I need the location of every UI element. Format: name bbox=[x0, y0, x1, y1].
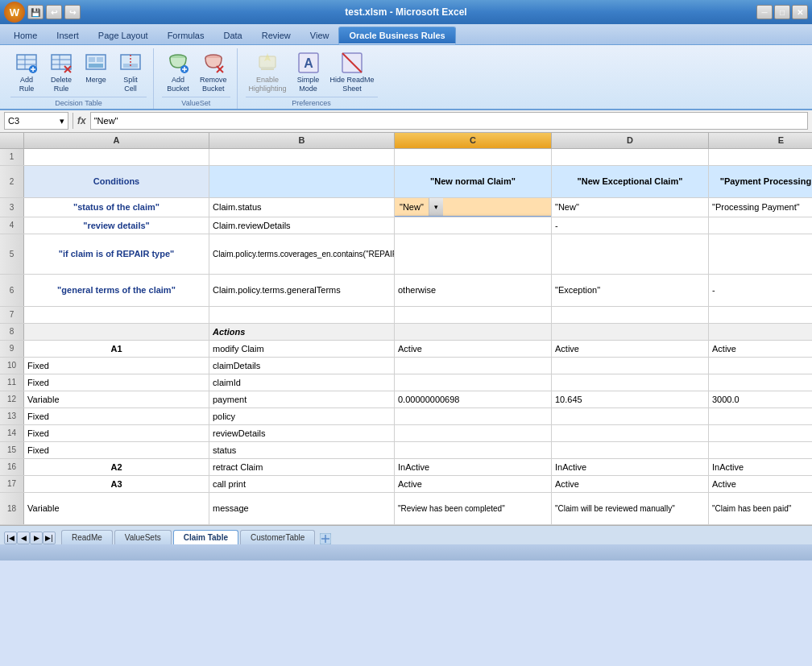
cell-d9[interactable]: Active bbox=[552, 341, 709, 357]
cell-c12[interactable]: 0.00000000698 bbox=[395, 391, 552, 407]
remove-bucket-button[interactable]: RemoveBucket bbox=[197, 48, 230, 95]
cell-e11[interactable] bbox=[709, 374, 812, 391]
name-box[interactable]: C3 ▾ bbox=[4, 112, 68, 130]
simple-mode-button[interactable]: A SimpleMode bbox=[292, 48, 325, 95]
add-rule-button[interactable]: AddRule bbox=[10, 48, 43, 95]
cell-a16[interactable]: A2 bbox=[24, 459, 209, 475]
undo-btn[interactable]: ↩ bbox=[46, 5, 62, 19]
col-header-a[interactable]: A bbox=[24, 133, 209, 148]
cell-a11[interactable]: Fixed bbox=[24, 374, 209, 391]
sheet-nav-first[interactable]: |◀ bbox=[4, 532, 17, 544]
tab-insert[interactable]: Insert bbox=[47, 27, 89, 44]
cell-a2[interactable]: Conditions bbox=[24, 166, 209, 197]
cell-d16[interactable]: InActive bbox=[552, 459, 709, 475]
cell-b4[interactable]: Claim.reviewDetails bbox=[209, 217, 395, 234]
sheet-nav-last[interactable]: ▶| bbox=[43, 532, 56, 544]
cell-d3[interactable]: "New" bbox=[552, 198, 709, 217]
cell-e3[interactable]: "Processing Payment" bbox=[709, 198, 812, 217]
cell-e13[interactable] bbox=[709, 408, 812, 424]
cell-d6[interactable]: "Exception" bbox=[552, 275, 709, 306]
cell-c17[interactable]: Active bbox=[395, 476, 552, 492]
cell-e5[interactable] bbox=[709, 234, 812, 274]
cell-c11[interactable] bbox=[395, 374, 552, 391]
cell-a18[interactable]: Variable bbox=[24, 493, 209, 524]
cell-b8[interactable]: Actions bbox=[209, 324, 395, 340]
cell-a10[interactable]: Fixed bbox=[24, 358, 209, 374]
cell-e16[interactable]: InActive bbox=[709, 459, 812, 475]
cell-a6[interactable]: "general terms of the claim" bbox=[24, 275, 209, 306]
cell-a12[interactable]: Variable bbox=[24, 391, 209, 407]
cell-d11[interactable] bbox=[552, 374, 709, 391]
cell-c8[interactable] bbox=[395, 324, 552, 340]
col-header-b[interactable]: B bbox=[209, 133, 395, 148]
cell-b9[interactable]: modify Claim bbox=[209, 341, 395, 357]
cell-d12[interactable]: 10.645 bbox=[552, 391, 709, 407]
col-header-d[interactable]: D bbox=[552, 133, 709, 148]
cell-e7[interactable] bbox=[709, 307, 812, 323]
cell-c2[interactable]: "New normal Claim" bbox=[395, 166, 552, 197]
cell-e1[interactable] bbox=[709, 149, 812, 165]
cell-b2[interactable] bbox=[209, 166, 395, 197]
cell-b10[interactable]: claimDetails bbox=[209, 358, 395, 374]
cell-b13[interactable]: policy bbox=[209, 408, 395, 424]
tab-oracle[interactable]: Oracle Business Rules bbox=[338, 27, 455, 44]
cell-b3[interactable]: Claim.status bbox=[209, 198, 395, 217]
cell-c15[interactable] bbox=[395, 442, 552, 458]
cell-b14[interactable]: reviewDetails bbox=[209, 425, 395, 441]
cell-c10[interactable] bbox=[395, 358, 552, 374]
cell-c9[interactable]: Active bbox=[395, 341, 552, 357]
dropdown-list[interactable]: otherwise "New" "Closed" "Paid" "Process… bbox=[395, 216, 552, 217]
split-cell-button[interactable]: SplitCell bbox=[114, 48, 147, 95]
cell-d2[interactable]: "New Exceptional Claim" bbox=[552, 166, 709, 197]
cell-b6[interactable]: Claim.policy.terms.generalTerms bbox=[209, 275, 395, 306]
cell-a1[interactable] bbox=[24, 149, 209, 165]
cell-b7[interactable] bbox=[209, 307, 395, 323]
cell-d1[interactable] bbox=[552, 149, 709, 165]
col-header-e[interactable]: E bbox=[709, 133, 812, 148]
office-button[interactable]: W bbox=[4, 2, 25, 23]
cell-c16[interactable]: InActive bbox=[395, 459, 552, 475]
cell-a9[interactable]: A1 bbox=[24, 341, 209, 357]
cell-b12[interactable]: payment bbox=[209, 391, 395, 407]
cell-c6[interactable]: otherwise bbox=[395, 275, 552, 306]
cell-d18[interactable]: "Claim will be reviewed manually" bbox=[552, 493, 709, 524]
merge-button[interactable]: Merge bbox=[80, 48, 112, 86]
maximize-btn[interactable]: □ bbox=[774, 5, 790, 19]
cell-b11[interactable]: claimId bbox=[209, 374, 395, 391]
save-btn[interactable]: 💾 bbox=[27, 5, 44, 19]
tab-data[interactable]: Data bbox=[213, 27, 251, 44]
cell-b1[interactable] bbox=[209, 149, 395, 165]
cell-b15[interactable]: status bbox=[209, 442, 395, 458]
delete-rule-button[interactable]: DeleteRule bbox=[45, 48, 77, 95]
cell-d10[interactable] bbox=[552, 358, 709, 374]
sheet-add-btn[interactable] bbox=[320, 533, 331, 544]
tab-view[interactable]: View bbox=[300, 27, 339, 44]
cell-a8[interactable] bbox=[24, 324, 209, 340]
cell-e8[interactable] bbox=[709, 324, 812, 340]
redo-btn[interactable]: ↪ bbox=[64, 5, 81, 19]
cell-a4[interactable]: "review details" bbox=[24, 217, 209, 234]
tab-review[interactable]: Review bbox=[252, 27, 300, 44]
sheet-tab-customer-table[interactable]: CustomerTable bbox=[240, 530, 315, 544]
cell-a15[interactable]: Fixed bbox=[24, 442, 209, 458]
cell-d13[interactable] bbox=[552, 408, 709, 424]
cell-d8[interactable] bbox=[552, 324, 709, 340]
cell-b16[interactable]: retract Claim bbox=[209, 459, 395, 475]
cell-a3[interactable]: "status of the claim" bbox=[24, 198, 209, 217]
enable-highlighting-button[interactable]: EnableHighlighting bbox=[246, 48, 290, 95]
cell-d4[interactable]: - bbox=[552, 217, 709, 234]
cell-e4[interactable] bbox=[709, 217, 812, 234]
cell-c4[interactable] bbox=[395, 217, 552, 234]
cell-d7[interactable] bbox=[552, 307, 709, 323]
sheet-tab-valuesets[interactable]: ValueSets bbox=[114, 530, 172, 544]
cell-e6[interactable]: - bbox=[709, 275, 812, 306]
cell-e14[interactable] bbox=[709, 425, 812, 441]
tab-page-layout[interactable]: Page Layout bbox=[89, 27, 158, 44]
formula-input[interactable] bbox=[90, 112, 808, 130]
cell-e10[interactable] bbox=[709, 358, 812, 374]
cell-c18[interactable]: "Review has been completed" bbox=[395, 493, 552, 524]
tab-home[interactable]: Home bbox=[4, 27, 47, 44]
col-header-c[interactable]: C bbox=[395, 133, 552, 148]
cell-a14[interactable]: Fixed bbox=[24, 425, 209, 441]
cell-b5[interactable]: Claim.policy.terms.coverages_en.contains… bbox=[209, 234, 395, 274]
